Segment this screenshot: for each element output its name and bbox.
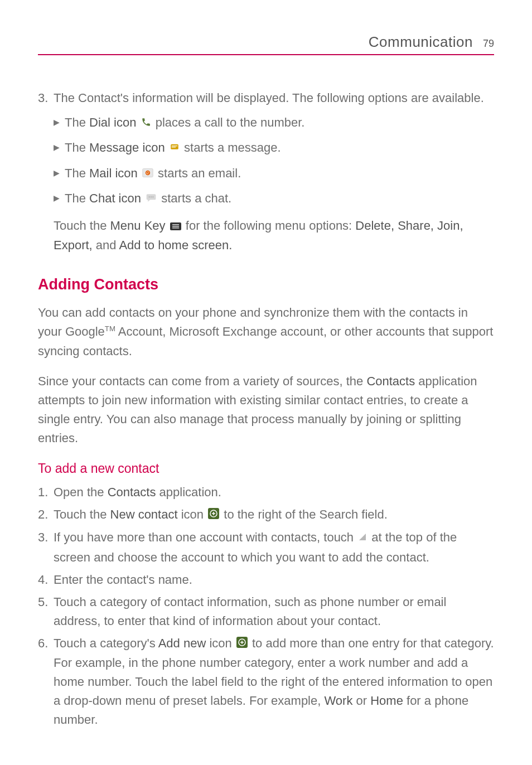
bold-text: Chat icon: [89, 191, 141, 205]
list-number: 1.: [38, 483, 54, 502]
svg-point-5: [152, 196, 153, 197]
bold-text: Mail icon: [89, 166, 138, 180]
sub-bullet-chat: ▶ The Chat icon starts a chat.: [54, 189, 494, 209]
list-item-3: 3. The Contact's information will be dis…: [38, 89, 494, 259]
plus-circle-icon: [208, 506, 219, 525]
bold-text: New contact: [110, 507, 178, 521]
text: The: [65, 141, 89, 154]
bold-text: Dial icon: [89, 115, 136, 129]
trademark: TM: [105, 325, 115, 333]
text: and: [93, 238, 119, 252]
svg-rect-9: [172, 227, 179, 229]
svg-point-2: [146, 171, 150, 175]
text: for the following menu options:: [186, 219, 356, 233]
text: Since your contacts can come from a vari…: [38, 374, 366, 388]
text: icon: [178, 507, 207, 521]
list-number: 4.: [38, 570, 54, 589]
text: The: [65, 166, 89, 180]
bold-text: Contacts: [108, 485, 156, 499]
text: starts a message.: [184, 141, 281, 154]
mail-icon: [142, 164, 153, 183]
bold-text: Menu Key: [110, 219, 166, 233]
text: If you have more than one account with c…: [54, 530, 357, 544]
page-number: 79: [483, 38, 494, 50]
bullet-icon: ▶: [54, 138, 65, 154]
svg-point-4: [151, 196, 152, 197]
paragraph-2: Since your contacts can come from a vari…: [38, 372, 494, 448]
bold-text: Home: [370, 694, 403, 708]
heading-add-new-contact: To add a new contact: [38, 461, 494, 476]
text: The: [65, 115, 89, 129]
text: Touch the: [54, 507, 110, 521]
phone-icon: [141, 114, 151, 133]
text: starts an email.: [158, 166, 241, 180]
list-number: 5.: [38, 593, 54, 631]
chat-icon: [146, 190, 157, 209]
sub-bullet-mail: ▶ The Mail icon starts an email.: [54, 164, 494, 183]
message-icon: [170, 139, 180, 158]
svg-point-3: [149, 196, 150, 197]
list-number: 3.: [38, 89, 54, 259]
text: icon: [206, 636, 235, 650]
bold-text: Add to home screen.: [119, 238, 232, 252]
text: places a call to the number.: [156, 115, 305, 129]
step-3: 3. If you have more than one account wit…: [38, 528, 494, 567]
bullet-icon: ▶: [54, 164, 65, 180]
text: application.: [156, 485, 221, 499]
plus-circle-icon: [236, 635, 248, 653]
page-header: Communication 79: [38, 33, 494, 55]
list-number: 2.: [38, 505, 54, 525]
list-intro: The Contact's information will be displa…: [54, 89, 494, 108]
svg-rect-8: [172, 226, 179, 227]
dropdown-triangle-icon: [358, 529, 367, 548]
list-number: 6.: [38, 634, 54, 730]
bold-text: Message icon: [89, 141, 165, 154]
sub-bullet-dial: ▶ The Dial icon places a call to the num…: [54, 113, 494, 133]
step-2: 2. Touch the New contact icon to the rig…: [38, 505, 494, 525]
bold-text: Work: [324, 694, 352, 708]
text: to the right of the Search field.: [220, 507, 388, 521]
list-number: 3.: [38, 528, 54, 567]
section-title: Communication: [369, 33, 473, 51]
text: Enter the contact's name.: [54, 570, 494, 589]
sub-bullet-message: ▶ The Message icon starts a message.: [54, 138, 494, 158]
heading-adding-contacts: Adding Contacts: [38, 276, 494, 293]
text: Touch the: [54, 219, 110, 233]
step-4: 4. Enter the contact's name.: [38, 570, 494, 589]
paragraph-1: You can add contacts on your phone and s…: [38, 303, 494, 360]
bold-text: Add new: [158, 636, 206, 650]
bullet-icon: ▶: [54, 113, 65, 129]
step-5: 5. Touch a category of contact informati…: [38, 593, 494, 631]
text: Open the: [54, 485, 108, 499]
step-1: 1. Open the Contacts application.: [38, 483, 494, 502]
bold-text: Contacts: [366, 374, 415, 388]
svg-rect-7: [172, 224, 179, 225]
text: Touch a category's: [54, 636, 158, 650]
bullet-icon: ▶: [54, 189, 65, 205]
text: starts a chat.: [161, 191, 231, 205]
text: or: [352, 694, 370, 708]
text: The: [65, 191, 89, 205]
touch-instructions: Touch the Menu Key for the following men…: [54, 216, 494, 255]
menu-key-icon: [170, 217, 181, 236]
text: Touch a category of contact information,…: [54, 593, 494, 631]
step-6: 6. Touch a category's Add new icon to ad…: [38, 634, 494, 730]
